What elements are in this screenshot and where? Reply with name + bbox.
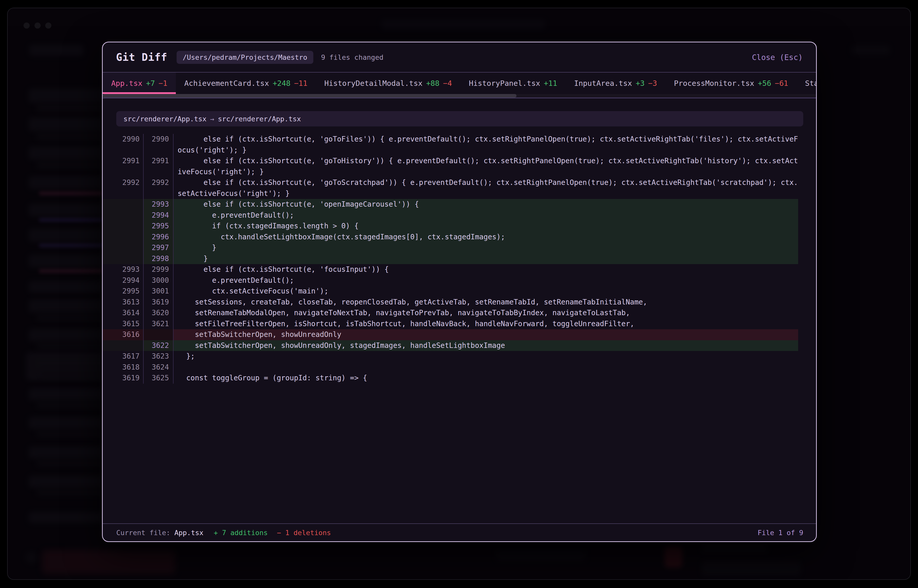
diff-row: 3615 3621 setFileTreeFilterOpen, isShort… <box>103 318 816 330</box>
old-line-number <box>103 242 144 254</box>
new-line-number: 2997 <box>144 242 173 254</box>
additions-count: + 7 additions <box>214 529 267 537</box>
diff-row: 2993 2999 else if (ctx.isShortcut(e, 'fo… <box>103 264 816 275</box>
screen: Git Diff /Users/pedram/Projects/Maestro … <box>0 0 918 588</box>
file-tab-additions: +88 <box>426 79 439 87</box>
diff-code-line: e.preventDefault(); <box>173 275 798 286</box>
new-line-number <box>144 329 173 340</box>
diff-code-line: } <box>173 242 798 254</box>
new-line-number: 2993 <box>144 199 173 210</box>
modal-header: Git Diff /Users/pedram/Projects/Maestro … <box>103 42 816 73</box>
tabs-scrollbar[interactable] <box>103 94 816 98</box>
modal-title: Git Diff <box>116 51 167 63</box>
diff-code-line: else if (ctx.isShortcut(e, 'openImageCar… <box>173 199 798 210</box>
diff-code-line: else if (ctx.isShortcut(e, 'goToFiles'))… <box>173 134 798 155</box>
diff-code-line: setTabSwitcherOpen, showUnreadOnly <box>173 329 798 340</box>
file-path-new: src/renderer/App.tsx <box>218 115 301 123</box>
new-line-number: 2996 <box>144 232 173 243</box>
old-line-number: 2992 <box>103 177 144 199</box>
file-tab-name: HistoryDetailModal.tsx <box>324 79 423 87</box>
old-line-number: 3613 <box>103 297 144 308</box>
diff-row: 3619 3625 const toggleGroup = (groupId: … <box>103 373 816 384</box>
diff-row: 3616 setTabSwitcherOpen, showUnreadOnly <box>103 329 816 340</box>
diff-code-line: else if (ctx.isShortcut(e, 'goToHistory'… <box>173 155 798 177</box>
diff-code-line: setRenameTabModalOpen, navigateToNextTab… <box>173 307 798 318</box>
git-diff-modal: Git Diff /Users/pedram/Projects/Maestro … <box>102 42 817 542</box>
file-tab[interactable]: InputArea.tsx +3 −3 <box>565 73 665 94</box>
file-tab-name: Stand <box>805 79 816 87</box>
file-tabstrip: App.tsx +7 −1 AchievementCard.tsx +248 −… <box>103 73 816 99</box>
close-button[interactable]: Close (Esc) <box>752 53 803 62</box>
new-line-number: 2999 <box>144 264 173 275</box>
new-line-number: 2995 <box>144 221 173 232</box>
diff-code-line: else if (ctx.isShortcut(e, 'goToScratchp… <box>173 177 798 199</box>
file-path-old: src/renderer/App.tsx <box>123 115 207 123</box>
new-line-number: 3619 <box>144 297 173 308</box>
file-tab[interactable]: ProcessMonitor.tsx +56 −61 <box>665 73 797 94</box>
diff-code-line: else if (ctx.isShortcut(e, 'focusInput')… <box>173 264 798 275</box>
file-tab-name: App.tsx <box>111 79 142 87</box>
file-tab-deletions: −11 <box>294 79 308 87</box>
old-line-number <box>103 232 144 243</box>
file-tab-deletions: −61 <box>775 79 788 87</box>
diff-row: 2993 else if (ctx.isShortcut(e, 'openIma… <box>103 199 816 210</box>
old-line-number: 3618 <box>103 362 144 373</box>
file-rename-header: src/renderer/App.tsx → src/renderer/App.… <box>116 111 803 126</box>
diff-row: 2994 3000 e.preventDefault(); <box>103 275 816 286</box>
tabs-scrollbar-thumb[interactable] <box>103 94 516 98</box>
file-tab-additions: +56 <box>758 79 771 87</box>
diff-row: 3618 3624 <box>103 362 816 373</box>
old-line-number: 2993 <box>103 264 144 275</box>
diff-code-line: if (ctx.stagedImages.length > 0) { <box>173 221 798 232</box>
arrow-right-icon: → <box>210 115 214 123</box>
modal-footer: Current file: App.tsx + 7 additions − 1 … <box>103 523 816 541</box>
diff-code-line: setSessions, createTab, closeTab, reopen… <box>173 297 798 308</box>
old-line-number <box>103 199 144 210</box>
new-line-number: 3000 <box>144 275 173 286</box>
old-line-number <box>103 210 144 221</box>
diff-row: 2994 e.preventDefault(); <box>103 210 816 221</box>
files-changed-count: 9 files changed <box>321 53 383 61</box>
file-tab-name: InputArea.tsx <box>574 79 632 87</box>
file-tab[interactable]: HistoryPanel.tsx +11 <box>460 73 565 94</box>
diff-code-line: ctx.setActiveFocus('main'); <box>173 286 798 297</box>
new-line-number: 3001 <box>144 286 173 297</box>
current-file-name: App.tsx <box>174 529 204 537</box>
current-file-label: Current file: <box>116 529 170 537</box>
diff-row: 2990 2990 else if (ctx.isShortcut(e, 'go… <box>103 134 816 155</box>
diff-row: 3613 3619 setSessions, createTab, closeT… <box>103 297 816 308</box>
old-line-number: 2990 <box>103 134 144 155</box>
new-line-number: 3623 <box>144 351 173 362</box>
diff-row: 2997 } <box>103 242 816 254</box>
new-line-number: 2992 <box>144 177 173 199</box>
old-line-number <box>103 254 144 264</box>
diff-code-line: setFileTreeFilterOpen, isShortcut, isTab… <box>173 318 798 330</box>
file-tab[interactable]: HistoryDetailModal.tsx +88 −4 <box>316 73 460 94</box>
file-tab-name: AchievementCard.tsx <box>184 79 269 87</box>
file-tab[interactable]: Stand <box>797 73 816 94</box>
diff-row: 3622 setTabSwitcherOpen, showUnreadOnly,… <box>103 340 816 351</box>
old-line-number: 3619 <box>103 373 144 384</box>
repo-path-badge: /Users/pedram/Projects/Maestro <box>176 51 314 64</box>
new-line-number: 3625 <box>144 373 173 384</box>
diff-code-line: }; <box>173 351 798 362</box>
diff-row: 3617 3623 }; <box>103 351 816 362</box>
diff-row: 2992 2992 else if (ctx.isShortcut(e, 'go… <box>103 177 816 199</box>
old-line-number: 2991 <box>103 155 144 177</box>
diff-row: 2995 if (ctx.stagedImages.length > 0) { <box>103 221 816 232</box>
new-line-number: 3624 <box>144 362 173 373</box>
old-line-number <box>103 221 144 232</box>
file-tab-deletions: −4 <box>443 79 452 87</box>
file-tab-name: ProcessMonitor.tsx <box>674 79 754 87</box>
old-line-number: 2994 <box>103 275 144 286</box>
diff-code-line: const toggleGroup = (groupId: string) =>… <box>173 373 798 384</box>
deletions-count: − 1 deletions <box>277 529 331 537</box>
file-tab-additions: +7 <box>146 79 155 87</box>
old-line-number: 3617 <box>103 351 144 362</box>
file-tab[interactable]: AchievementCard.tsx +248 −11 <box>176 73 316 94</box>
diff-body: src/renderer/App.tsx → src/renderer/App.… <box>103 99 816 523</box>
diff-row: 2995 3001 ctx.setActiveFocus('main'); <box>103 286 816 297</box>
file-tab[interactable]: App.tsx +7 −1 <box>103 73 176 94</box>
diff-code-line: } <box>173 254 798 264</box>
old-line-number: 3616 <box>103 329 144 340</box>
